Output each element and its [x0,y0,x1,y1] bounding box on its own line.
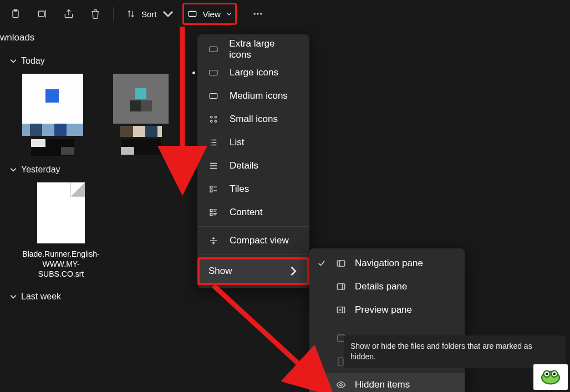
toolbar-separator [113,7,114,21]
list-icon [207,138,220,147]
more-button[interactable] [246,3,270,25]
menu-item-details[interactable]: Details [197,154,309,177]
check-icon [316,258,327,268]
menu-item-small-icons[interactable]: Small icons [197,108,309,131]
menu-item-medium-icons[interactable]: Medium icons [197,84,309,108]
submenu-item-details-pane[interactable]: Details pane [309,275,465,298]
sort-label: Sort [141,9,157,19]
menu-separator [197,226,309,227]
svg-point-5 [257,13,258,15]
svg-point-30 [546,373,548,375]
display-icon [207,68,220,78]
svg-point-6 [260,13,262,15]
menu-item-large-icons[interactable]: Large icons [197,61,309,84]
paste-button[interactable] [3,3,28,25]
tiles-icon [207,184,220,194]
svg-rect-17 [210,213,212,216]
submenu-item-preview-pane[interactable]: Preview pane [309,298,465,322]
menu-item-show[interactable]: Show [200,259,307,283]
svg-rect-18 [337,261,345,267]
svg-rect-14 [210,186,212,189]
menu-item-tiles[interactable]: Tiles [197,177,309,201]
check-icon [316,380,327,390]
svg-rect-9 [210,94,217,99]
svg-rect-2 [38,11,44,17]
submenu-item-navigation-pane[interactable]: Navigation pane [309,252,465,275]
share-button[interactable] [57,3,81,25]
image-thumbnail[interactable] [533,364,568,390]
svg-rect-20 [337,307,345,313]
menu-item-show-highlighted: Show [197,257,309,285]
svg-point-11 [215,116,216,118]
group-label: Last week [21,292,61,302]
svg-rect-7 [210,47,217,52]
svg-point-13 [215,120,216,122]
svg-point-21 [339,309,340,311]
image-thumbnail[interactable] [113,74,174,157]
image-thumbnail[interactable] [22,74,83,157]
group-label: Today [21,56,45,66]
view-label: View [203,9,221,19]
menu-separator [309,324,465,324]
tooltip-hidden-items: Show or hide the files and folders that … [344,335,566,368]
pane-icon [335,258,347,268]
menu-separator [197,254,309,255]
details-icon [207,161,220,171]
selected-indicator-icon [192,72,195,74]
svg-rect-15 [210,190,212,192]
file-item[interactable]: Blade.Runner.English-WWW.MY-SUBS.CO.srt [22,182,100,279]
pane-icon [335,282,347,292]
sort-button[interactable]: Sort [119,3,180,25]
group-label: Yesterday [21,165,60,175]
display-icon [207,44,219,54]
grid-icon [207,114,220,124]
display-icon [207,91,220,101]
svg-rect-23 [338,358,343,365]
svg-rect-19 [337,284,345,290]
rename-button[interactable] [30,3,54,25]
group-header-lastweek[interactable]: Last week [10,292,570,302]
view-button-highlighted[interactable]: View [182,3,237,25]
eye-icon [335,380,347,390]
toolbar: Sort View [0,0,570,28]
svg-rect-8 [210,70,217,75]
file-name: Blade.Runner.English-WWW.MY-SUBS.CO.srt [22,249,100,279]
svg-rect-3 [189,12,196,17]
menu-item-content[interactable]: Content [197,201,309,224]
svg-point-4 [254,13,256,15]
content-icon [207,207,220,217]
svg-point-10 [211,116,212,118]
svg-point-24 [340,384,343,386]
compact-icon [207,236,220,246]
chevron-right-icon [288,266,298,276]
svg-point-31 [553,373,556,375]
menu-item-compact-view[interactable]: Compact view [197,229,309,252]
view-menu: Extra large icons Large icons Medium ico… [197,34,309,288]
delete-button[interactable] [83,3,108,25]
svg-rect-16 [210,210,212,212]
generic-file-icon [37,182,85,243]
show-submenu: Navigation pane Details pane Preview pan… [309,248,465,392]
menu-item-list[interactable]: List [197,131,309,154]
submenu-item-hidden-items[interactable]: Hidden items [309,373,465,392]
pane-icon [335,305,347,315]
menu-item-extra-large-icons[interactable]: Extra large icons [197,38,309,61]
svg-point-12 [211,120,212,122]
